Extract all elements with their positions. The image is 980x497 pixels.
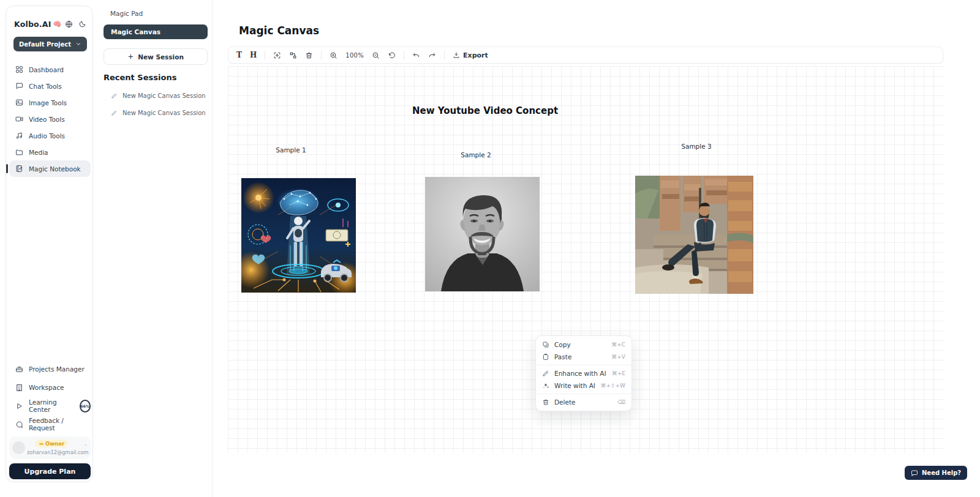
context-menu-item-enhance-with-ai[interactable]: Enhance with AI ⌘+E: [536, 367, 631, 379]
toolbar-divider: [404, 51, 404, 60]
magic-pad-item[interactable]: Magic Pad: [110, 10, 143, 17]
project-selector[interactable]: Default Project: [13, 37, 87, 51]
pencil-icon: [111, 110, 118, 116]
magic-canvas-item-active[interactable]: Magic Canvas: [104, 24, 208, 39]
context-menu: Copy ⌘+C Paste ⌘+V Enhance with AI ⌘+E W…: [535, 335, 632, 411]
need-help-button[interactable]: Need Help?: [905, 466, 967, 480]
sample-3-image[interactable]: [635, 176, 753, 294]
ai-select-icon[interactable]: [273, 51, 281, 59]
trash-icon[interactable]: [305, 51, 313, 59]
toolbar-divider: [265, 51, 265, 60]
session-list-item[interactable]: New Magic Canvas Session: [111, 110, 206, 116]
need-help-label: Need Help?: [922, 469, 961, 476]
logo-row: Kolbo.AI 🧠: [14, 20, 86, 29]
sidebar-bottom-nav: Projects Manager Workspace Learning Cent…: [9, 360, 91, 433]
page-title: Magic Canvas: [239, 24, 319, 37]
context-menu-item-write-with-ai[interactable]: Write with AI ⌘+⇧+W: [536, 379, 631, 392]
sidebar-nav: Dashboard Chat Tools Image Tools Video T…: [9, 61, 91, 177]
chat-icon: [15, 82, 23, 90]
sidebar-item-label: Learning Center: [29, 398, 73, 413]
sidebar-item-label: Audio Tools: [29, 132, 65, 140]
globe-icon[interactable]: [65, 20, 73, 28]
new-session-button[interactable]: New Session: [104, 48, 208, 65]
context-menu-divider: [536, 394, 631, 394]
context-item-label: Delete: [554, 398, 612, 406]
context-item-label: Enhance with AI: [554, 370, 607, 377]
canvas-heading[interactable]: New Youtube Video Concept: [412, 105, 559, 116]
heading-tool-button[interactable]: H: [250, 51, 257, 59]
text-tool-button[interactable]: T: [236, 51, 242, 59]
sidebar-item-label: Projects Manager: [29, 365, 85, 373]
owner-role-label: Owner: [45, 441, 64, 447]
sidebar-item-learning-center[interactable]: Learning Center 66%: [9, 397, 91, 415]
context-item-shortcut: ⌘+⇧+W: [600, 383, 625, 389]
flow-connector-icon[interactable]: [289, 51, 297, 59]
zoom-out-icon[interactable]: [372, 51, 380, 59]
reset-rotation-icon[interactable]: [388, 51, 396, 59]
magic-canvas-surface[interactable]: New Youtube Video Concept Sample 1 Sampl…: [228, 66, 943, 453]
sample-1-image[interactable]: [241, 178, 356, 293]
sample-2-label[interactable]: Sample 2: [439, 151, 513, 159]
crown-icon: [39, 441, 44, 446]
context-item-label: Copy: [554, 341, 606, 348]
sidebar-item-video-tools[interactable]: Video Tools: [9, 111, 91, 127]
session-list-item[interactable]: New Magic Canvas Session: [111, 92, 206, 99]
toolbar-divider: [444, 51, 445, 60]
sidebar-item-feedback[interactable]: Feedback / Request: [9, 415, 91, 433]
chevron-expand-icon: [83, 443, 88, 447]
sidebar-item-audio-tools[interactable]: Audio Tools: [9, 127, 91, 144]
context-item-shortcut: ⌘+V: [611, 354, 625, 360]
sidebar-item-label: Video Tools: [29, 116, 65, 123]
sidebar-item-media[interactable]: Media: [9, 144, 91, 160]
sidebar-item-label: Feedback / Request: [29, 417, 91, 432]
toolbar-divider: [321, 51, 322, 60]
context-menu-item-copy[interactable]: Copy ⌘+C: [536, 338, 631, 351]
context-item-shortcut: ⌫: [617, 399, 625, 405]
context-item-shortcut: ⌘+E: [612, 370, 625, 376]
recent-sessions-heading: Recent Sessions: [104, 73, 176, 82]
context-menu-divider: [536, 365, 631, 365]
owner-role-badge: Owner: [35, 439, 68, 447]
export-button[interactable]: Export: [453, 51, 488, 59]
building-icon: [15, 384, 23, 392]
zoom-in-icon[interactable]: [330, 51, 337, 59]
copy-icon: [542, 341, 549, 348]
context-menu-item-delete[interactable]: Delete ⌫: [536, 396, 631, 408]
sidebar-item-workspace[interactable]: Workspace: [9, 378, 91, 397]
app-logo: Kolbo.AI: [14, 20, 51, 29]
new-session-label: New Session: [138, 53, 184, 61]
sample-3-label[interactable]: Sample 3: [660, 143, 733, 150]
sidebar-item-chat-tools[interactable]: Chat Tools: [9, 78, 91, 94]
download-icon: [453, 51, 460, 59]
export-label: Export: [463, 51, 488, 59]
redo-icon[interactable]: [428, 51, 436, 59]
sidebar-item-label: Chat Tools: [29, 83, 62, 90]
sample-1-label[interactable]: Sample 1: [254, 146, 328, 154]
brain-logo-icon: 🧠: [53, 20, 62, 28]
briefcase-icon: [15, 365, 23, 373]
learning-progress-badge: 66%: [80, 400, 91, 413]
upgrade-plan-button[interactable]: Upgrade Plan: [9, 463, 91, 479]
context-item-label: Write with AI: [554, 382, 595, 389]
sidebar-item-label: Dashboard: [29, 66, 64, 73]
context-menu-item-paste[interactable]: Paste ⌘+V: [536, 351, 631, 363]
sparkles-icon: [542, 382, 549, 389]
enhance-pen-icon: [542, 370, 549, 377]
project-selector-label: Default Project: [19, 41, 71, 48]
sidebar-item-projects-manager[interactable]: Projects Manager: [9, 360, 91, 378]
user-account-card[interactable]: Owner zoharvan12@gmail.com: [9, 436, 91, 459]
session-item-label: New Magic Canvas Session: [123, 110, 206, 116]
sidebar-item-dashboard[interactable]: Dashboard: [9, 61, 91, 78]
help-chat-icon: [911, 469, 918, 477]
undo-icon[interactable]: [412, 51, 420, 59]
sample-2-image[interactable]: [425, 177, 540, 291]
user-email: zoharvan12@gmail.com: [27, 449, 89, 455]
canvas-toolbar: T H 100% Export: [228, 47, 943, 64]
chevron-down-icon: [75, 41, 81, 47]
sidebar-item-magic-notebook[interactable]: Magic Notebook: [9, 160, 91, 177]
sidebar-item-image-tools[interactable]: Image Tools: [9, 94, 91, 111]
media-folder-icon: [15, 148, 23, 156]
sidebar-item-label: Image Tools: [29, 99, 67, 106]
dark-mode-moon-icon[interactable]: [78, 20, 86, 28]
sidebar-item-label: Magic Notebook: [29, 165, 81, 173]
